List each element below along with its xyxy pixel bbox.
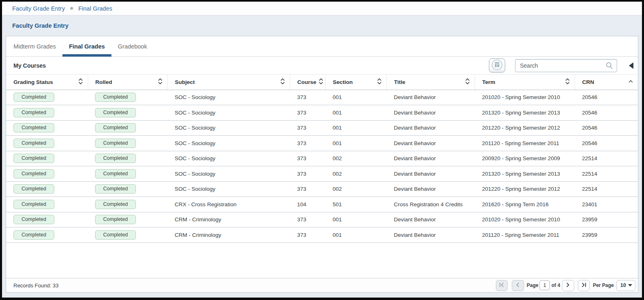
screen: Faculty Grade Entry Final Grades Faculty… <box>0 0 644 300</box>
status-badge: Completed <box>13 93 54 102</box>
cell-course: 373 <box>290 105 325 121</box>
sort-toggle-icon[interactable] <box>158 78 162 86</box>
cell-section: 001 <box>325 227 386 243</box>
status-badge: Completed <box>13 169 54 179</box>
column-label: Grading Status <box>13 79 53 85</box>
sort-toggle-icon[interactable] <box>465 78 470 86</box>
tab-midterm-grades[interactable]: Midterm Grades <box>7 36 62 56</box>
status-badge: Completed <box>13 200 54 209</box>
collapse-panel-toggle-icon[interactable] <box>629 62 633 69</box>
cell-section: 501 <box>325 197 386 212</box>
table-row[interactable]: CompletedCompletedCRM - Criminology37300… <box>6 227 638 243</box>
column-header-inner: CRN <box>582 78 633 86</box>
sort-toggle-icon[interactable] <box>78 78 83 86</box>
breadcrumb-root-link[interactable]: Faculty Grade Entry <box>12 5 65 12</box>
table-row[interactable]: CompletedCompletedSOC - Sociology373001D… <box>6 136 638 151</box>
column-header-rolled[interactable]: Rolled <box>88 75 167 90</box>
cell-course: 373 <box>290 151 325 166</box>
cell-rolled: Completed <box>88 197 167 212</box>
table-empty-area <box>6 243 638 278</box>
column-header-inner: Grading Status <box>13 78 83 86</box>
cell-rolled: Completed <box>88 120 167 136</box>
section-title-my-courses: My Courses <box>13 62 46 69</box>
sort-toggle-icon[interactable] <box>280 78 285 86</box>
cell-course: 373 <box>290 90 325 105</box>
cell-title: Cross Registration 4 Credits <box>386 197 475 212</box>
title-band: Faculty Grade Entry <box>2 15 642 36</box>
cell-rolled: Completed <box>88 166 167 182</box>
table-row[interactable]: CompletedCompletedCRM - Criminology37300… <box>6 212 638 227</box>
next-page-button[interactable] <box>562 280 574 291</box>
cell-crn: 23959 <box>575 212 638 227</box>
table-row[interactable]: CompletedCompletedSOC - Sociology373002D… <box>6 166 638 182</box>
last-page-button[interactable] <box>578 280 590 291</box>
column-header-section[interactable]: Section <box>325 75 386 90</box>
search-input[interactable] <box>515 59 617 72</box>
cell-section: 001 <box>325 90 386 105</box>
sort-ascending-icon[interactable] <box>628 78 633 86</box>
column-header-title[interactable]: Title <box>386 75 475 90</box>
column-header-inner: Subject <box>175 78 285 86</box>
table-row[interactable]: CompletedCompletedSOC - Sociology373001D… <box>6 120 638 136</box>
status-badge: Completed <box>13 108 54 117</box>
column-label: Section <box>333 79 353 85</box>
status-badge: Completed <box>95 200 136 209</box>
status-badge: Completed <box>95 215 136 224</box>
first-page-button[interactable] <box>496 280 508 291</box>
table-row[interactable]: CompletedCompletedSOC - Sociology373001D… <box>6 90 638 105</box>
cell-subject: CRX - Cross Registration <box>167 197 290 212</box>
cell-term: 201620 - Spring Term 2016 <box>475 197 575 212</box>
page-number-input[interactable] <box>540 280 550 290</box>
status-badge: Completed <box>13 215 54 224</box>
page-count-label: of 4 <box>551 282 560 288</box>
status-badge: Completed <box>95 139 136 148</box>
status-badge: Completed <box>13 184 54 194</box>
cell-subject: SOC - Sociology <box>167 136 290 151</box>
table-row[interactable]: CompletedCompletedSOC - Sociology373002D… <box>6 181 638 197</box>
cell-course: 104 <box>290 197 325 212</box>
column-header-inner: Title <box>394 78 470 86</box>
cell-term: 201120 - Spring Semester 2011 <box>475 136 575 151</box>
status-badge: Completed <box>95 123 136 132</box>
bank-columns-icon <box>491 59 503 72</box>
column-header-term[interactable]: Term <box>475 75 575 90</box>
table-row[interactable]: CompletedCompletedSOC - Sociology373001D… <box>6 105 638 121</box>
cell-title: Deviant Behavior <box>386 90 475 105</box>
table-row[interactable]: CompletedCompletedCRX - Cross Registrati… <box>6 197 638 212</box>
table-row[interactable]: CompletedCompletedSOC - Sociology373002D… <box>6 151 638 166</box>
column-header-crn[interactable]: CRN <box>575 75 638 90</box>
cell-term: 200920 - Spring Semester 2009 <box>475 151 575 166</box>
column-header-course[interactable]: Course <box>290 75 325 90</box>
sort-toggle-icon[interactable] <box>565 78 570 86</box>
cell-crn: 20546 <box>575 120 638 136</box>
cell-subject: SOC - Sociology <box>167 166 290 182</box>
cell-crn: 22514 <box>575 166 638 182</box>
bank-tool-button[interactable] <box>489 58 505 73</box>
column-label: Course <box>298 79 317 85</box>
sort-toggle-icon[interactable] <box>319 78 323 86</box>
column-label: Term <box>482 79 495 85</box>
column-header-subject[interactable]: Subject <box>167 75 290 90</box>
per-page-select[interactable]: 10 <box>616 280 635 291</box>
column-header-inner: Section <box>333 78 382 86</box>
cell-section: 002 <box>325 166 386 182</box>
tab-final-grades[interactable]: Final Grades <box>62 36 111 56</box>
tab-label: Final Grades <box>69 43 105 50</box>
page-label: Page <box>527 282 539 288</box>
cell-subject: CRM - Criminology <box>167 227 290 243</box>
per-page-value: 10 <box>620 282 626 288</box>
status-badge: Completed <box>95 108 136 117</box>
cell-crn: 20546 <box>575 136 638 151</box>
cell-term: 201320 - Spring Semester 2013 <box>475 105 575 121</box>
cell-term: 201020 - Spring Semester 2010 <box>475 212 575 227</box>
cell-term: 201220 - Spring Semester 2012 <box>475 120 575 136</box>
tab-gradebook[interactable]: Gradebook <box>111 36 154 56</box>
search-box <box>515 59 617 72</box>
column-header-grading-status[interactable]: Grading Status <box>6 75 88 90</box>
cell-rolled: Completed <box>88 212 167 227</box>
cell-course: 373 <box>290 136 325 151</box>
cell-grading-status: Completed <box>6 90 88 105</box>
sort-toggle-icon[interactable] <box>377 78 382 86</box>
first-page-icon <box>499 282 504 289</box>
previous-page-button[interactable] <box>512 280 524 291</box>
